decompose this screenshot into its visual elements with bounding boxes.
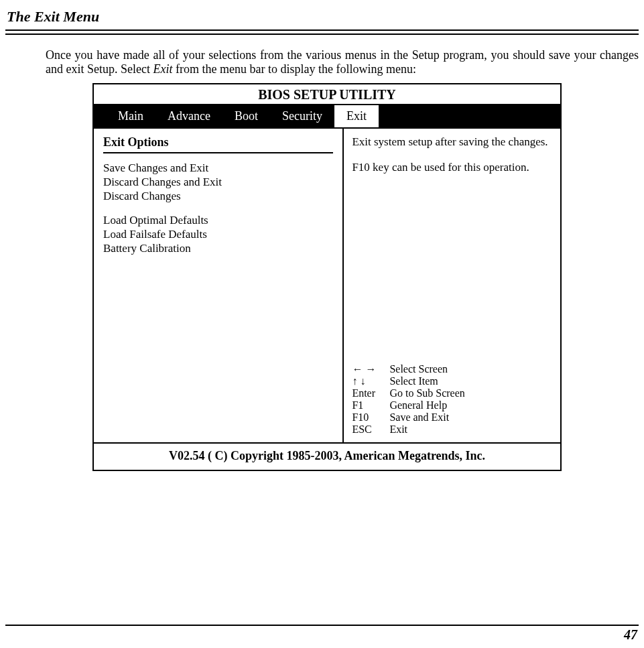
option-load-failsafe[interactable]: Load Failsafe Defaults [103,228,333,241]
key-label: Enter [352,387,389,399]
exit-options-title: Exit Options [103,135,333,153]
tab-advance[interactable]: Advance [155,105,222,127]
option-save-exit[interactable]: Save Changes and Exit [103,161,333,175]
intro-paragraph: Once you have made all of your selection… [46,48,639,76]
key-row-select-item: Select Item [352,375,552,387]
title-rule-1 [5,29,639,31]
left-right-arrow-icon [352,363,389,375]
section-title: The Exit Menu [5,7,639,29]
option-discard-changes[interactable]: Discard Changes [103,190,333,203]
bios-menu-bar: Main Advance Boot Security Exit [94,105,560,127]
tab-security[interactable]: Security [270,105,334,127]
page-number: 47 [5,627,639,643]
exit-options-list: Save Changes and Exit Discard Changes an… [103,161,333,255]
key-row-f10: F10 Save and Exit [352,411,552,424]
key-desc: Exit [389,424,407,436]
tab-exit[interactable]: Exit [334,105,379,127]
tab-main[interactable]: Main [106,105,155,127]
page-footer: 47 [5,625,639,643]
bios-title: BIOS SETUP UTILITY [94,84,560,105]
key-label: ESC [352,424,389,436]
option-discard-exit[interactable]: Discard Changes and Exit [103,176,333,189]
key-desc: Select Screen [389,363,448,375]
key-desc: Save and Exit [389,411,449,424]
title-rule-2 [5,34,639,35]
key-desc: General Help [389,399,447,411]
key-label: F10 [352,411,389,424]
key-row-esc: ESC Exit [352,424,552,436]
bios-left-pane: Exit Options Save Changes and Exit Disca… [94,129,344,442]
bios-footer: V02.54 ( C) Copyright 1985-2003, America… [94,442,560,470]
bios-screenshot: BIOS SETUP UTILITY Main Advance Boot Sec… [92,83,562,471]
up-down-arrow-icon [352,375,389,387]
key-desc: Select Item [389,375,438,387]
bios-right-pane: Exit system setup after saving the chang… [344,129,560,442]
intro-text-post: from the menu bar to display the followi… [172,62,415,76]
spacer [103,204,333,213]
option-load-optimal[interactable]: Load Optimal Defaults [103,214,333,227]
tab-boot[interactable]: Boot [222,105,270,127]
bios-body: Exit Options Save Changes and Exit Disca… [94,127,560,442]
key-row-select-screen: Select Screen [352,363,552,375]
key-row-f1: F1 General Help [352,399,552,411]
help-text-1: Exit system setup after saving the chang… [352,135,552,149]
key-desc: Go to Sub Screen [389,387,464,399]
help-text-2: F10 key can be used for this operation. [352,161,552,174]
key-row-enter: Enter Go to Sub Screen [352,387,552,399]
intro-em-exit: Exit [153,62,172,76]
option-battery-cal[interactable]: Battery Calibration [103,242,333,255]
key-legend: Select Screen Select Item Enter Go to Su… [352,363,552,436]
footer-rule [5,625,639,626]
key-label: F1 [352,399,389,411]
